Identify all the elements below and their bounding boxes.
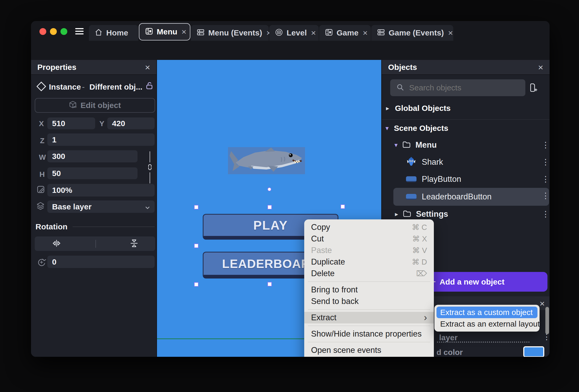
- tab-close-icon[interactable]: ×: [448, 29, 453, 37]
- tab-close-icon[interactable]: ×: [181, 28, 186, 36]
- add-folder-icon[interactable]: [528, 82, 539, 94]
- selection-rotate-handle[interactable]: [267, 187, 271, 191]
- context-menu-item-show-hide-instance-properties[interactable]: Show/Hide instance properties: [304, 328, 434, 340]
- context-menu-item-extract[interactable]: Extract›: [304, 312, 434, 323]
- tree-row-playbutton[interactable]: PlayButton ⋮: [382, 172, 550, 187]
- tree-row-label: PlayButton: [422, 174, 461, 184]
- flip-horizontal-icon[interactable]: [52, 239, 61, 248]
- selection-handle-top-left[interactable]: [194, 205, 199, 209]
- rotation-angle-field[interactable]: 0: [47, 256, 155, 268]
- objects-panel-title: Objects: [388, 63, 417, 72]
- opacity-field[interactable]: 100%: [47, 184, 155, 197]
- rotation-section-title: Rotation: [35, 222, 68, 231]
- kebab-menu-icon[interactable]: ⋮: [542, 160, 550, 164]
- tree-row-shark[interactable]: Shark ⋮: [382, 155, 550, 169]
- tab-menu[interactable]: Menu ×: [139, 23, 190, 40]
- search-objects-field[interactable]: [390, 79, 525, 96]
- layers-panel-dotted-divider: [437, 342, 530, 343]
- selection-handle-mid-left[interactable]: [194, 244, 199, 248]
- context-menu-item-bring-to-front[interactable]: Bring to front: [304, 284, 434, 296]
- x-field-label: X: [39, 120, 44, 128]
- shortcut-label: ⌘ C: [412, 223, 427, 232]
- context-menu-item-cut[interactable]: Cut⌘ X: [304, 233, 434, 245]
- submenu-arrow-icon: ›: [424, 313, 427, 322]
- kebab-menu-icon[interactable]: ⋮: [543, 335, 550, 339]
- selection-handle-top-center[interactable]: [267, 205, 272, 209]
- selection-handle-top-right[interactable]: [341, 204, 345, 209]
- traffic-zoom-button[interactable]: [60, 28, 67, 35]
- kebab-menu-icon[interactable]: ⋮: [542, 194, 550, 198]
- kebab-menu-icon[interactable]: ⋮: [542, 143, 550, 147]
- scene-objects-section[interactable]: ▾ Scene Objects: [382, 122, 550, 134]
- tab-level[interactable]: Level ×: [269, 25, 319, 41]
- scene-objects-label: Scene Objects: [394, 124, 448, 133]
- global-objects-section[interactable]: ▸ Global Objects: [382, 102, 550, 114]
- screenshot-stage: Home Menu × Menu (Events) × Level × Game: [0, 0, 579, 392]
- button-thumbnail-icon: [406, 194, 417, 200]
- flip-controls: [35, 236, 155, 251]
- instance-separator: -: [82, 82, 85, 91]
- context-menu-item-copy[interactable]: Copy⌘ C: [304, 221, 434, 233]
- shark-thumbnail-icon: [406, 156, 417, 168]
- submenu-item-extract-custom-object[interactable]: Extract as a custom object: [436, 307, 537, 318]
- tab-label: Home: [106, 28, 128, 37]
- context-menu-item-duplicate[interactable]: Duplicate⌘ D: [304, 256, 434, 268]
- main-toolbar: Preview Share: [31, 41, 550, 60]
- kebab-menu-icon[interactable]: ⋮: [542, 212, 550, 216]
- rotation-section-divider: [73, 226, 155, 227]
- tree-row-label: Menu: [415, 140, 437, 150]
- tree-row-label: Shark: [422, 157, 443, 167]
- selection-handle-bottom-left[interactable]: [194, 282, 199, 287]
- search-input[interactable]: [409, 83, 510, 92]
- selection-handle-bottom-center[interactable]: [267, 282, 272, 286]
- link-dimensions-icon[interactable]: [146, 163, 154, 172]
- y-field[interactable]: 420: [107, 117, 155, 129]
- z-field[interactable]: 1: [47, 133, 155, 146]
- submenu-item-extract-external-layout[interactable]: Extract as an external layout: [436, 318, 537, 330]
- tab-bar: Home Menu × Menu (Events) × Level × Game: [31, 21, 550, 41]
- context-menu-item-open-scene-properties[interactable]: Open scene properties: [304, 356, 434, 357]
- shortcut-label: ⌘ X: [412, 234, 427, 243]
- tree-row-label: Settings: [416, 209, 448, 219]
- context-menu-item-delete[interactable]: Delete⌦: [304, 268, 434, 279]
- layer-icon: [36, 202, 45, 211]
- chevron-down-icon: ▾: [385, 125, 389, 132]
- tab-label: Menu: [157, 27, 177, 36]
- tab-close-icon[interactable]: ×: [363, 29, 368, 37]
- tree-row-menu-folder[interactable]: ▾ Menu ⋮: [382, 138, 550, 152]
- events-icon: [197, 28, 205, 37]
- edit-object-button[interactable]: 2D Edit object: [35, 98, 155, 113]
- layer-select[interactable]: Base layer: [47, 200, 155, 213]
- add-new-object-label: Add a new object: [440, 277, 505, 286]
- tab-close-icon[interactable]: ×: [311, 29, 316, 37]
- lock-open-icon[interactable]: [146, 82, 153, 91]
- background-color-swatch[interactable]: [523, 346, 544, 357]
- scene-icon: [145, 27, 153, 36]
- edit-object-label: Edit object: [80, 101, 121, 110]
- tab-game[interactable]: Game ×: [319, 25, 371, 41]
- shark-sprite-image: [228, 147, 305, 174]
- traffic-close-button[interactable]: [39, 28, 46, 35]
- tab-menu-events[interactable]: Menu (Events) ×: [191, 25, 269, 41]
- play-button-label: PLAY: [253, 218, 288, 233]
- tree-row-leaderboardbutton-selected[interactable]: LeaderboardButton ⋮: [393, 188, 549, 206]
- link-bracket-bottom: [150, 172, 150, 183]
- close-icon[interactable]: ×: [538, 63, 543, 72]
- tab-game-events[interactable]: Game (Events) ×: [371, 25, 453, 41]
- shortcut-label: ⌘ V: [412, 246, 427, 255]
- x-field[interactable]: 510: [47, 117, 95, 129]
- folder-icon: [402, 141, 411, 149]
- close-icon[interactable]: ×: [540, 298, 545, 309]
- hamburger-menu-icon[interactable]: [75, 27, 84, 36]
- scrollbar-thumb[interactable]: [545, 307, 549, 334]
- tab-home[interactable]: Home: [89, 25, 138, 41]
- kebab-menu-icon[interactable]: ⋮: [542, 177, 550, 182]
- w-field[interactable]: 300: [47, 150, 138, 162]
- shark-sprite[interactable]: [228, 147, 305, 174]
- context-menu-item-open-scene-events[interactable]: Open scene events: [304, 344, 434, 356]
- close-icon[interactable]: ×: [145, 63, 150, 72]
- context-menu-item-send-to-back[interactable]: Send to back: [304, 296, 434, 307]
- flip-vertical-icon[interactable]: [130, 239, 138, 249]
- h-field[interactable]: 50: [47, 167, 138, 179]
- traffic-minimize-button[interactable]: [50, 28, 57, 35]
